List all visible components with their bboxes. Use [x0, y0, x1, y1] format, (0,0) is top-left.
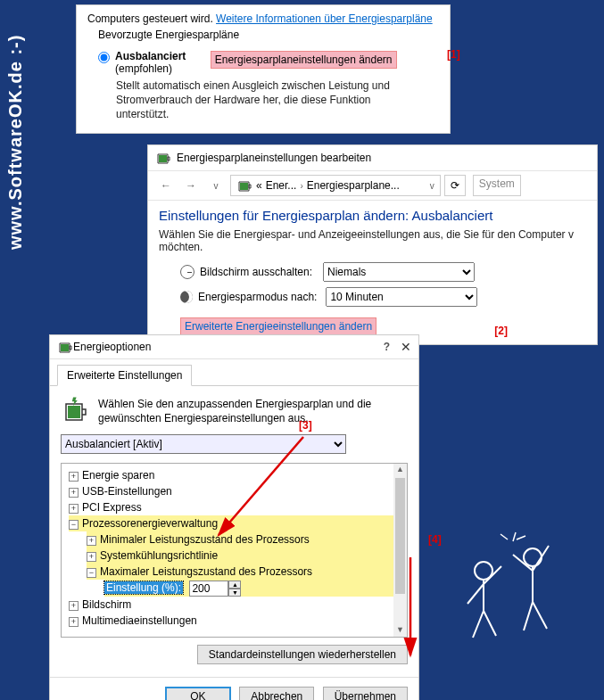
scroll-thumb[interactable] [395, 478, 405, 594]
window-title: Energiesparplaneinstellungen bearbeiten [177, 152, 371, 164]
setting-spinner[interactable]: ▲▼ [189, 581, 241, 597]
expand-button[interactable]: + [69, 601, 79, 611]
battery-large-icon [61, 397, 89, 425]
annotation-3: [3] [299, 419, 312, 432]
expand-button[interactable]: + [69, 617, 79, 627]
setting-value-input[interactable] [189, 581, 228, 597]
advanced-settings-link[interactable]: Erweiterte Energieeinstellungen ändern [180, 317, 376, 335]
expand-button[interactable]: + [69, 504, 79, 514]
apply-button[interactable]: Übernehmen [323, 687, 408, 700]
tab-advanced[interactable]: Erweiterte Einstellungen [57, 365, 192, 386]
group-label: Bevorzugte Energiesparpläne [98, 29, 439, 41]
breadcrumb[interactable]: « Ener... › Energiesparplane... v [230, 175, 441, 196]
page-heading: Einstellungen für Energiesparplan ändern… [159, 208, 586, 223]
restore-defaults-button[interactable]: Standardeinstellungen wiederherstellen [197, 645, 408, 664]
refresh-button[interactable]: ⟳ [444, 175, 466, 196]
page-subtext: Wählen Sie die Energiespar- und Anzeigee… [159, 228, 586, 253]
tree-node[interactable]: Systemkühlungsrichtlinie [100, 549, 218, 562]
sleep-after-label: Energiesparmodus nach: [198, 291, 317, 303]
plan-radio-balanced[interactable] [98, 52, 110, 63]
plan-select[interactable]: Ausbalanciert [Aktiv] [61, 434, 346, 454]
crumb-item[interactable]: Ener... [266, 179, 297, 192]
tree-node[interactable]: Energie sparen [82, 469, 154, 482]
history-dropdown[interactable]: v [205, 175, 227, 196]
battery-icon [236, 178, 252, 193]
sleep-after-select[interactable]: 10 Minuten [326, 287, 477, 307]
help-button[interactable]: ? [384, 341, 390, 353]
plan-description: Stellt automatisch einen Ausgleich zwisc… [116, 78, 401, 122]
back-button[interactable]: ← [155, 175, 177, 196]
chevron-down-icon: v [430, 181, 434, 191]
more-info-link[interactable]: Weitere Informationen über Energiesparpl… [216, 12, 433, 25]
battery-icon [155, 151, 171, 165]
expand-button[interactable]: + [69, 472, 79, 482]
nav-bar: ← → v « Ener... › Energiesparplane... v … [148, 171, 597, 201]
crumb-item[interactable]: Energiesparplane... [307, 179, 400, 192]
tree-node[interactable]: Bildschirm [82, 598, 131, 611]
svg-point-3 [524, 548, 542, 566]
tree-node[interactable]: Multimediaeinstellungen [82, 614, 197, 627]
tree-scrollbar[interactable]: ▲ ▼ [393, 464, 407, 637]
expand-button[interactable]: + [69, 488, 79, 498]
window-titlebar: Energiesparplaneinstellungen bearbeiten [148, 145, 597, 171]
dialog-title: Energieoptionen [73, 341, 384, 353]
sleep-icon [180, 291, 193, 303]
collapse-button[interactable]: − [87, 568, 96, 578]
battery-icon [57, 340, 73, 354]
setting-label[interactable]: Einstellung (%): [104, 581, 183, 594]
annotation-1: [1] [447, 48, 460, 61]
expand-button[interactable]: + [87, 552, 96, 562]
chevron-right-icon: › [300, 181, 302, 191]
crumb-sep-icon: « [256, 179, 262, 192]
display-off-label: Bildschirm ausschalten: [200, 266, 312, 278]
spin-up[interactable]: ▲ [228, 581, 241, 589]
collapse-button[interactable]: − [69, 520, 79, 530]
ok-button[interactable]: OK [165, 687, 231, 700]
spin-down[interactable]: ▼ [228, 589, 241, 597]
expand-button[interactable]: + [87, 536, 96, 546]
tree-node[interactable]: Minimaler Leistungszustand des Prozessor… [100, 533, 310, 546]
scroll-up-icon[interactable]: ▲ [393, 464, 407, 476]
search-input[interactable]: System [473, 175, 521, 196]
tree-node-cpu[interactable]: Prozessorenergieverwaltung [82, 517, 218, 530]
tree-node[interactable]: USB-Einstellungen [82, 485, 172, 498]
tree-node-max-cpu[interactable]: Maximaler Leistungszustand des Prozessor… [100, 565, 312, 578]
power-options-panel: Computers gesteuert wird. Weitere Inform… [76, 4, 451, 134]
change-plan-settings-link[interactable]: Energiesparplaneinstellungen ändern [211, 51, 397, 69]
close-button[interactable]: ✕ [401, 340, 411, 354]
intro-text: Computers gesteuert wird. [87, 12, 216, 25]
watermark-text: www.SoftwareOK.de :-) [5, 35, 26, 250]
scroll-down-icon[interactable]: ▼ [393, 624, 407, 637]
dialog-intro: Wählen Sie den anzupassenden Energiespar… [98, 397, 408, 425]
tree-node[interactable]: PCI Express [82, 501, 142, 514]
plan-label: Ausbalanciert(empfohlen) [115, 50, 186, 75]
decorative-figures [434, 486, 577, 682]
cancel-button[interactable]: Abbrechen [239, 687, 314, 700]
edit-plan-window: Energiesparplaneinstellungen bearbeiten … [147, 144, 598, 345]
power-options-dialog: Energieoptionen ? ✕ Erweiterte Einstellu… [49, 334, 419, 700]
monitor-off-icon [180, 265, 194, 279]
forward-button[interactable]: → [180, 175, 202, 196]
annotation-2: [2] [494, 325, 508, 337]
display-off-select[interactable]: Niemals [323, 262, 475, 282]
settings-tree[interactable]: +Energie sparen +USB-Einstellungen +PCI … [61, 463, 408, 638]
tab-strip: Erweiterte Einstellungen [50, 359, 418, 386]
